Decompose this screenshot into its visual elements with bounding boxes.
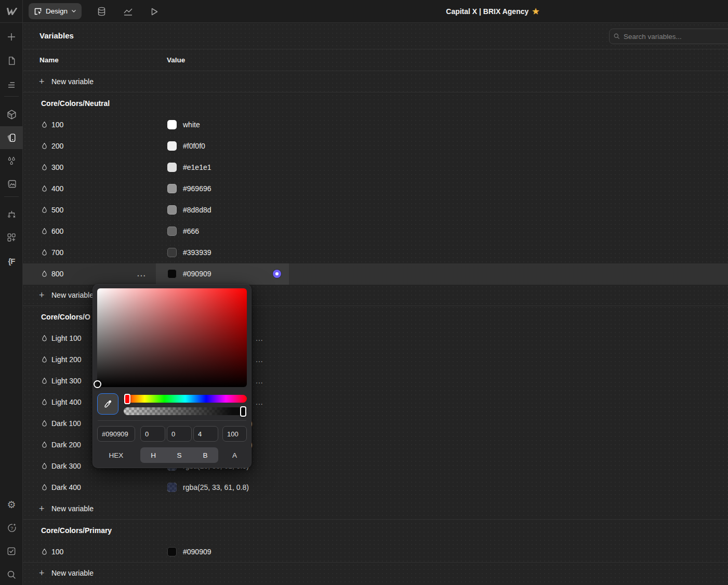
variable-row[interactable]: Dark 400rgba(25, 33, 61, 0.8)	[23, 477, 728, 498]
pages-button[interactable]	[0, 49, 23, 72]
color-swatch[interactable]	[167, 120, 177, 129]
finsweet-extension-button[interactable]: {F	[0, 249, 23, 272]
hue-slider-handle[interactable]	[124, 394, 130, 404]
variable-row[interactable]: 400#969696	[23, 178, 728, 199]
value-cell[interactable]: #090909	[156, 541, 211, 562]
variable-row[interactable]: 500#8d8d8d	[23, 200, 728, 221]
search-variables-input[interactable]	[609, 29, 728, 44]
s-label[interactable]: S	[166, 447, 192, 463]
value-cell[interactable]: #e1e1e1	[156, 156, 211, 178]
variables-button[interactable]	[0, 126, 23, 149]
variable-row[interactable]: 800...#090909	[23, 263, 728, 285]
webflow-logo[interactable]	[0, 0, 23, 23]
variable-name: 500	[51, 206, 63, 214]
droplet-icon	[42, 206, 47, 214]
variable-row[interactable]: 100white	[23, 114, 728, 135]
add-element-button[interactable]	[0, 25, 23, 48]
alpha-slider[interactable]	[124, 407, 247, 415]
preview-button[interactable]	[147, 4, 162, 19]
new-variable-row[interactable]: +New variable	[23, 71, 728, 92]
assets-button[interactable]	[0, 172, 23, 195]
audit-button[interactable]	[0, 540, 23, 563]
value-cell[interactable]: #666	[156, 221, 199, 242]
color-swatch[interactable]	[167, 269, 177, 278]
color-swatch[interactable]	[167, 141, 177, 151]
hex-mode-label[interactable]: HEX	[97, 447, 135, 463]
find-button[interactable]	[0, 563, 23, 585]
apps-button[interactable]	[0, 226, 23, 249]
variable-name: Light 300	[51, 377, 82, 385]
droplet-icon	[42, 121, 47, 128]
droplet-icon	[42, 185, 47, 192]
value-text-remnant: ...	[256, 334, 263, 342]
eyedropper-icon	[103, 400, 112, 408]
color-swatch[interactable]	[167, 163, 177, 172]
color-swatch[interactable]	[167, 184, 177, 193]
design-mode-dropdown[interactable]: Design	[29, 3, 82, 19]
help-button[interactable]: ?	[0, 516, 23, 539]
site-title: Capital X | BRIX Agency ★	[446, 0, 539, 23]
plus-icon: +	[39, 290, 45, 300]
new-variable-row[interactable]: +New variable	[23, 498, 728, 520]
color-swatch[interactable]	[167, 248, 177, 257]
value-cell[interactable]: white	[156, 114, 200, 135]
database-icon	[97, 7, 106, 16]
variable-row[interactable]: 200#f0f0f0	[23, 135, 728, 156]
eyedropper-button[interactable]	[97, 393, 118, 415]
alpha-label[interactable]: A	[222, 447, 247, 463]
panel-title: Variables	[39, 31, 74, 40]
value-text-remnant: ...	[256, 355, 263, 364]
variable-row[interactable]: 600#666	[23, 221, 728, 242]
saturation-input[interactable]	[167, 426, 192, 442]
droplet-icon	[42, 335, 47, 342]
variable-name: 800	[51, 270, 63, 278]
color-swatch[interactable]	[167, 227, 177, 236]
value-text: #e1e1e1	[183, 163, 211, 171]
components-button[interactable]	[0, 103, 23, 126]
variable-row[interactable]: 300#e1e1e1	[23, 156, 728, 178]
variable-name: 700	[51, 248, 63, 257]
color-swatch[interactable]	[167, 547, 177, 556]
styles-button[interactable]	[0, 150, 23, 172]
variable-name: 300	[51, 163, 63, 171]
variable-name: Light 200	[51, 355, 82, 364]
value-cell[interactable]: #8d8d8d	[156, 200, 211, 221]
variable-row[interactable]: 100#090909	[23, 541, 728, 562]
settings-button[interactable]: ⚙	[0, 493, 23, 516]
variable-name: Dark 400	[51, 483, 81, 491]
section-label: Core/Colors/Primary	[41, 526, 112, 535]
saturation-brightness-area[interactable]	[97, 288, 247, 387]
saturation-cursor[interactable]	[94, 380, 101, 388]
variable-name: 200	[51, 142, 63, 150]
droplet-icon	[42, 228, 47, 235]
color-swatch[interactable]	[167, 205, 177, 215]
h-label[interactable]: H	[140, 447, 166, 463]
droplet-icon	[42, 420, 47, 427]
section-label: Core/Colors/Neutral	[41, 99, 110, 108]
play-icon	[151, 7, 158, 16]
brightness-input[interactable]	[193, 426, 218, 442]
value-cell[interactable]: #f0f0f0	[156, 135, 205, 156]
site-title-text: Capital X | BRIX Agency	[446, 7, 528, 16]
hue-slider[interactable]	[124, 395, 247, 403]
variable-row[interactable]: 700#393939	[23, 242, 728, 263]
b-label[interactable]: B	[192, 447, 218, 463]
row-menu-dots[interactable]: ...	[137, 270, 147, 278]
logic-button[interactable]	[0, 203, 23, 226]
value-cell[interactable]: #393939	[156, 242, 211, 263]
value-cell[interactable]: rgba(25, 33, 61, 0.8)	[156, 477, 249, 498]
new-variable-row[interactable]: +New variable	[23, 562, 728, 583]
color-swatch[interactable]	[167, 483, 177, 492]
hsb-mode-segment[interactable]: H S B	[140, 447, 218, 463]
line-chart-icon	[123, 7, 133, 16]
selected-radio-indicator[interactable]	[273, 270, 281, 278]
alpha-input[interactable]	[222, 426, 247, 442]
cms-database-button[interactable]	[94, 4, 109, 19]
analyze-button[interactable]	[120, 4, 136, 19]
value-cell[interactable]: #969696	[156, 178, 211, 199]
value-cell[interactable]: #090909	[156, 263, 211, 285]
navigator-button[interactable]	[0, 73, 23, 96]
hex-input[interactable]	[97, 426, 135, 442]
hue-input[interactable]	[140, 426, 165, 442]
alpha-slider-handle[interactable]	[240, 406, 246, 417]
